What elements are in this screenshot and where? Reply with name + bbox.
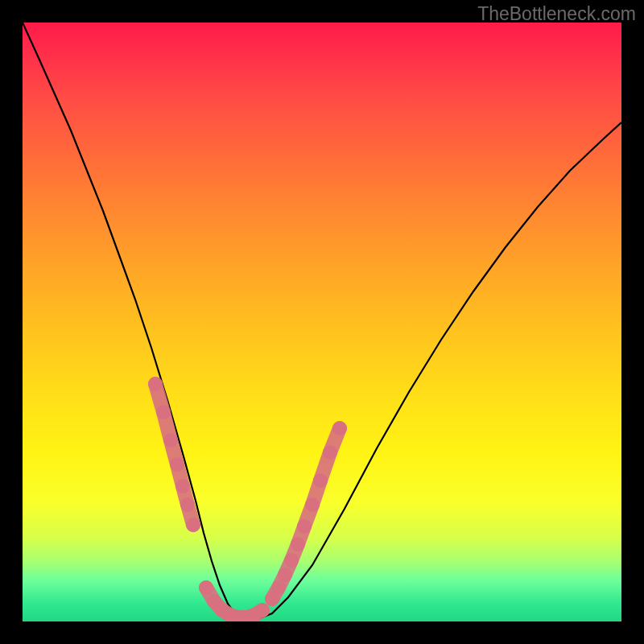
marker-dot [278,568,292,582]
marker-dot [175,479,190,493]
watermark-label: TheBottleneck.com [477,3,636,25]
marker-dot [255,603,270,617]
marker-dot [148,377,163,391]
bottleneck-curve [23,23,621,620]
marker-dot [199,580,213,595]
marker-dot [313,473,328,488]
marker-dot [284,553,299,568]
marker-dot [271,580,286,595]
marker-group [148,377,347,621]
marker-dot [297,519,312,534]
curve-svg [23,23,621,621]
marker-dot [186,518,200,532]
marker-dot [332,421,347,436]
marker-dot [170,457,184,472]
chart-container: TheBottleneck.com [0,0,644,644]
marker-dot [323,445,337,460]
marker-dot [180,497,195,512]
marker-dot [291,537,305,551]
marker-dot [156,405,171,419]
plot-area [23,23,621,621]
marker-dot [163,433,178,448]
marker-dot [305,497,320,512]
